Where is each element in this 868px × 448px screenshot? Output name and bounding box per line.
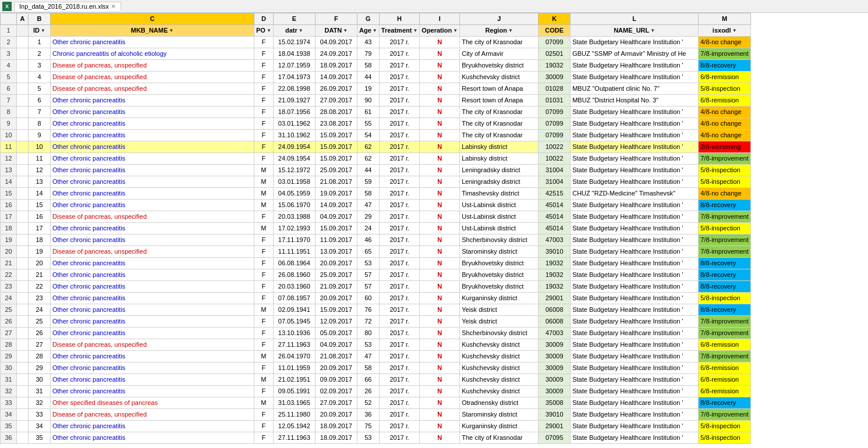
table-row: 13 12 Other chronic pancreatitis M 15.12…: [1, 165, 751, 176]
cell-region: Bryukhovetsky district: [460, 258, 538, 269]
table-row: 25 24 Other chronic pancreatitis M 02.09…: [1, 304, 751, 316]
cell-nameurl: State Budgetary Healthcare Institution ': [571, 200, 699, 211]
cell-operation: N: [420, 421, 460, 432]
col-c-header: C: [51, 13, 254, 25]
cell-datr: 24.09.1954: [273, 141, 315, 153]
table-row: 6 5 Disease of pancreas, unspecified F 2…: [1, 83, 751, 95]
cell-id: 6: [29, 95, 51, 106]
table-row: 15 14 Other chronic pancreatitis M 04.05…: [1, 188, 751, 200]
cell-id: 26: [29, 328, 51, 339]
cell-isxodl: 5/8-inspection: [699, 293, 751, 304]
cell-treatment: 2017 г.: [379, 234, 420, 246]
cell-po: F: [254, 83, 274, 95]
row1-mkbname[interactable]: MKB_NAME▼: [51, 25, 254, 37]
row-num: 36: [1, 432, 17, 444]
cell-isxodl: 6/8-remission: [699, 386, 751, 397]
cell-isxodl: 6/8-remission: [699, 362, 751, 374]
cell-region: Kushchevsky district: [460, 374, 538, 386]
cell-treatment: 2017 г.: [379, 118, 420, 130]
cell-a: [17, 118, 29, 130]
cell-datn: 26.09.2017: [315, 83, 357, 95]
table-row: 20 19 Disease of pancreas, unspecified F…: [1, 246, 751, 258]
cell-po: F: [254, 234, 274, 246]
cell-age: 72: [357, 316, 379, 328]
cell-datn: 14.09.2017: [315, 72, 357, 83]
close-tab-button[interactable]: ✕: [111, 3, 116, 9]
cell-isxodl: 7/8-improvement: [699, 234, 751, 246]
cell-a: [17, 246, 29, 258]
cell-datn: 15.09.2017: [315, 141, 357, 153]
cell-nameurl: State Budgetary Healthcare Institution ': [571, 281, 699, 293]
cell-id: 1: [29, 37, 51, 48]
cell-operation: N: [420, 409, 460, 421]
cell-region: Starominsky district: [460, 246, 538, 258]
cell-code: 07095: [538, 432, 571, 444]
cell-id: 18: [29, 234, 51, 246]
cell-operation: N: [420, 153, 460, 165]
cell-datn: 20.09.2017: [315, 362, 357, 374]
cell-nameurl: State Budgetary Healthcare Institution ': [571, 316, 699, 328]
cell-datr: 21.02.1951: [273, 374, 315, 386]
cell-region: Starominsky district: [460, 409, 538, 421]
cell-isxodl: 6/8-remission: [699, 374, 751, 386]
row1-po[interactable]: PO▼: [254, 25, 274, 37]
row1-operation[interactable]: Operation▼: [420, 25, 460, 37]
col-i-header: I: [420, 13, 460, 25]
cell-treatment: 2017 г.: [379, 176, 420, 188]
col-l-header: L: [571, 13, 699, 25]
cell-id: 34: [29, 421, 51, 432]
row1-region[interactable]: Region▼: [460, 25, 538, 37]
cell-isxodl: 6/8-remission: [699, 339, 751, 351]
table-row: 2 1 Other chronic pancreatitis F 15.02.1…: [1, 37, 751, 48]
cell-treatment: 2017 г.: [379, 223, 420, 234]
cell-id: 27: [29, 339, 51, 351]
table-row: 12 11 Other chronic pancreatitis F 24.09…: [1, 153, 751, 165]
cell-code: 30009: [538, 72, 571, 83]
cell-a: [17, 72, 29, 83]
row1-datn[interactable]: DATN▼: [315, 25, 357, 37]
cell-mkbname: Other chronic pancreatitis: [51, 293, 254, 304]
cell-nameurl: State Budgetary Healthcare Institution ': [571, 234, 699, 246]
table-row: 35 34 Other chronic pancreatitis F 12.05…: [1, 421, 751, 432]
cell-datn: 15.09.2017: [315, 130, 357, 141]
cell-datn: 25.09.2017: [315, 165, 357, 176]
row-num: 34: [1, 409, 17, 421]
cell-nameurl: State Budgetary Healthcare Institution ': [571, 421, 699, 432]
row1-age[interactable]: Age▼: [357, 25, 379, 37]
cell-region: Timashevsky district: [460, 188, 538, 200]
cell-datn: 02.09.2017: [315, 386, 357, 397]
cell-datr: 20.03.1960: [273, 281, 315, 293]
row1-isxodl[interactable]: isxodl▼: [699, 25, 751, 37]
row-num: 31: [1, 374, 17, 386]
cell-mkbname: Chronic pancreatitis of alcoholic etiolo…: [51, 48, 254, 60]
cell-operation: N: [420, 60, 460, 72]
cell-id: 5: [29, 83, 51, 95]
cell-mkbname: Disease of pancreas, unspecified: [51, 246, 254, 258]
cell-id: 9: [29, 130, 51, 141]
row1-code[interactable]: CODE: [538, 25, 571, 37]
cell-operation: N: [420, 118, 460, 130]
cell-code: 35008: [538, 397, 571, 409]
row-num-1: 1: [1, 25, 17, 37]
row1-treatment[interactable]: Treatment▼: [379, 25, 420, 37]
cell-id: 31: [29, 386, 51, 397]
cell-mkbname: Other chronic pancreatitis: [51, 421, 254, 432]
cell-datn: 15.09.2017: [315, 153, 357, 165]
row1-datr[interactable]: datr▼: [273, 25, 315, 37]
row-num: 30: [1, 362, 17, 374]
cell-id: 29: [29, 362, 51, 374]
cell-age: 76: [357, 304, 379, 316]
cell-treatment: 2017 г.: [379, 72, 420, 83]
table-row: 34 33 Disease of pancreas, unspecified F…: [1, 409, 751, 421]
cell-treatment: 2017 г.: [379, 316, 420, 328]
cell-age: 58: [357, 362, 379, 374]
cell-operation: N: [420, 374, 460, 386]
cell-treatment: 2017 г.: [379, 362, 420, 374]
cell-datn: 21.09.2017: [315, 281, 357, 293]
row1-nameurl[interactable]: NAME_URL▼: [571, 25, 699, 37]
table-row: 18 17 Other chronic pancreatitis M 17.02…: [1, 223, 751, 234]
cell-datr: 15.02.1974: [273, 37, 315, 48]
row-num: 24: [1, 293, 17, 304]
cell-datn: 23.08.2017: [315, 118, 357, 130]
file-tab[interactable]: Inp_data_2016_2018.ru.en.xlsx ✕: [14, 2, 121, 11]
